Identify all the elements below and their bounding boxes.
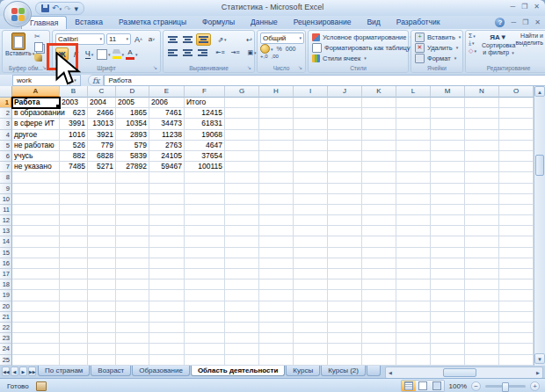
cell[interactable] <box>465 258 499 269</box>
underline-button[interactable]: Ч▾ <box>84 48 95 60</box>
cell[interactable] <box>328 119 362 129</box>
cell[interactable]: 3991 <box>60 119 88 129</box>
cell[interactable] <box>60 355 88 366</box>
cell[interactable]: 2466 <box>88 108 116 119</box>
cell[interactable] <box>225 258 259 269</box>
cell[interactable] <box>259 215 294 226</box>
cell[interactable] <box>294 355 328 366</box>
conditional-formatting-button[interactable]: Условное форматирование▾ <box>309 32 408 42</box>
cell[interactable] <box>116 279 149 290</box>
cell[interactable]: 24105 <box>149 151 185 162</box>
cell[interactable] <box>465 269 499 279</box>
cell[interactable] <box>185 205 225 215</box>
row-header-14[interactable]: 14 <box>0 236 12 247</box>
ribbon-tab-2[interactable]: Разметка страницы <box>111 16 194 29</box>
cell[interactable] <box>259 130 294 141</box>
cell[interactable] <box>88 333 116 344</box>
cell[interactable]: 579 <box>116 141 149 151</box>
cell[interactable] <box>431 258 465 269</box>
sheet-tab[interactable]: По странам <box>38 366 90 376</box>
column-header-N[interactable]: N <box>465 86 499 98</box>
insert-function-icon[interactable]: fx <box>92 76 99 85</box>
row-header-10[interactable]: 10 <box>0 194 12 205</box>
column-header-B[interactable]: B <box>60 86 88 98</box>
cell[interactable] <box>328 184 362 194</box>
cell[interactable] <box>396 108 431 119</box>
cell[interactable] <box>259 151 294 162</box>
cell[interactable] <box>465 355 499 366</box>
cell[interactable] <box>88 312 116 323</box>
cell[interactable] <box>362 258 396 269</box>
cell[interactable]: 59467 <box>149 162 185 172</box>
cell[interactable] <box>259 258 294 269</box>
cell[interactable] <box>185 184 225 194</box>
cell[interactable] <box>225 312 259 323</box>
cell[interactable] <box>328 312 362 323</box>
row-header-4[interactable]: 4 <box>0 130 12 141</box>
cell[interactable] <box>185 258 225 269</box>
align-center-button[interactable] <box>181 47 194 58</box>
cell[interactable] <box>259 119 294 129</box>
row-header-2[interactable]: 2 <box>0 108 12 119</box>
cell[interactable] <box>431 333 465 344</box>
cell[interactable] <box>185 333 225 344</box>
cell[interactable] <box>396 290 431 301</box>
number-format-combo[interactable]: Общий▾ <box>260 33 304 44</box>
cell[interactable] <box>12 355 60 366</box>
cell[interactable] <box>396 344 431 354</box>
cell[interactable]: 10354 <box>116 119 149 129</box>
row-header-13[interactable]: 13 <box>0 226 12 236</box>
cell[interactable] <box>185 194 225 205</box>
cell[interactable] <box>431 98 465 108</box>
cell[interactable] <box>259 355 294 366</box>
cell[interactable] <box>328 236 362 247</box>
cell[interactable] <box>431 141 465 151</box>
cell[interactable] <box>465 108 499 119</box>
alignment-dialog-launcher-icon[interactable]: ↘ <box>247 65 253 71</box>
cell[interactable] <box>328 333 362 344</box>
cell[interactable] <box>116 205 149 215</box>
cell[interactable] <box>88 269 116 279</box>
cell[interactable] <box>149 184 185 194</box>
cell[interactable] <box>362 236 396 247</box>
cell[interactable] <box>362 344 396 354</box>
workbook-minimize-button[interactable]: ─ <box>511 18 516 26</box>
cell[interactable] <box>116 172 149 183</box>
cell[interactable] <box>185 323 225 333</box>
cell[interactable] <box>431 172 465 183</box>
cell[interactable] <box>12 290 60 301</box>
cell[interactable] <box>225 269 259 279</box>
cell[interactable] <box>499 98 534 108</box>
cell[interactable] <box>259 323 294 333</box>
restore-button[interactable]: ❐ <box>521 3 527 11</box>
cell[interactable] <box>328 323 362 333</box>
zoom-slider-thumb[interactable] <box>502 382 509 392</box>
cell[interactable] <box>259 226 294 236</box>
cell[interactable] <box>465 236 499 247</box>
cell[interactable] <box>12 344 60 354</box>
copy-icon[interactable] <box>34 42 43 52</box>
cell[interactable] <box>88 290 116 301</box>
cell[interactable]: 2006 <box>149 98 185 108</box>
cell[interactable] <box>60 172 88 183</box>
row-header-16[interactable]: 16 <box>0 258 12 269</box>
cell[interactable] <box>328 205 362 215</box>
cell[interactable] <box>259 141 294 151</box>
cell[interactable] <box>149 215 185 226</box>
increase-indent-icon[interactable]: ⇥≡ <box>229 47 242 58</box>
row-header-15[interactable]: 15 <box>0 248 12 258</box>
cell[interactable] <box>12 301 60 312</box>
cell[interactable] <box>396 172 431 183</box>
cell[interactable] <box>499 269 534 279</box>
cell[interactable] <box>225 226 259 236</box>
cell[interactable] <box>499 194 534 205</box>
cell[interactable] <box>259 279 294 290</box>
cell[interactable] <box>328 98 362 108</box>
cell[interactable] <box>225 279 259 290</box>
cell[interactable]: 27892 <box>116 162 149 172</box>
cell[interactable] <box>465 205 499 215</box>
cell[interactable] <box>259 184 294 194</box>
cell[interactable] <box>185 226 225 236</box>
cell[interactable] <box>149 172 185 183</box>
cell[interactable] <box>499 312 534 323</box>
